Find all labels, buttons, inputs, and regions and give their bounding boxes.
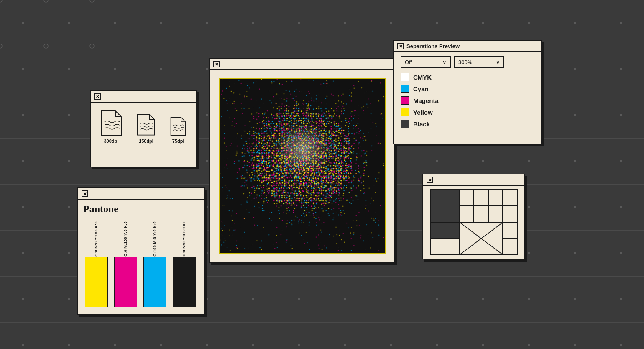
sep-dropdown-zoom-value: 300%	[458, 59, 472, 65]
swatch-cyan: C:100 M:0 Y:0 K:0	[140, 220, 169, 307]
main-close-button[interactable]: ✕	[213, 61, 220, 67]
sep-item-magenta: Magenta	[401, 96, 534, 105]
sep-dropdown-zoom-arrow: ∨	[496, 59, 500, 65]
layout-grid-container	[430, 189, 518, 255]
dpi-window: ✕ 300dpi	[90, 90, 197, 167]
black-swatch	[401, 120, 409, 128]
swatch-magenta-color	[114, 257, 137, 307]
cell-1-4	[488, 190, 503, 206]
cell-dark-1	[430, 190, 460, 222]
dpi-label-300: 300dpi	[104, 139, 118, 144]
cell-1-2	[460, 190, 474, 206]
separations-window: ✕ Separations Preview Off ∨ 300% ∨ CMYK …	[393, 40, 542, 144]
magenta-label: Magenta	[413, 97, 439, 104]
swatch-magenta-label: C:0 M:100 Y:0 K:0	[123, 220, 128, 257]
sep-dropdown-mode-arrow: ∨	[442, 59, 447, 65]
sep-dropdown-zoom[interactable]: 300% ∨	[454, 56, 504, 68]
yellow-swatch	[401, 108, 409, 116]
cell-1-3	[474, 190, 488, 206]
grid-close-button[interactable]: ✕	[427, 177, 433, 183]
doc-icon-75	[170, 117, 186, 136]
swatch-yellow: C:0 M:0 Y:100 K:0	[82, 220, 111, 307]
halftone-canvas	[220, 79, 385, 253]
dpi-item-75: 75dpi	[170, 117, 186, 144]
dpi-label-150: 150dpi	[139, 139, 153, 144]
dpi-item-300: 300dpi	[100, 110, 122, 144]
cell-2-4	[488, 206, 503, 222]
dpi-label-75: 75dpi	[172, 139, 184, 144]
grid-window-content	[423, 186, 524, 258]
cell-4-5	[503, 239, 517, 255]
sep-item-black: Black	[401, 120, 534, 128]
sep-item-yellow: Yellow	[401, 108, 534, 116]
grid-window-titlebar: ✕	[423, 174, 524, 186]
cyan-label: Cyan	[413, 85, 429, 92]
cell-2-3	[474, 206, 488, 222]
swatch-cyan-label: C:100 M:0 Y:0 K:0	[153, 220, 157, 257]
grid-window: ✕	[422, 174, 525, 259]
sep-dropdown-mode[interactable]: Off ∨	[401, 56, 451, 68]
cell-dark-2	[430, 222, 460, 239]
sep-item-cyan: Cyan	[401, 85, 534, 93]
sep-window-title: Separations Preview	[406, 43, 460, 49]
swatch-black: C:0 M:0 Y:0 K:100	[169, 220, 199, 307]
black-label: Black	[413, 121, 430, 128]
sep-window-titlebar: ✕ Separations Preview	[394, 41, 541, 52]
cell-cross	[460, 222, 503, 255]
swatch-yellow-label: C:0 M:0 Y:100 K:0	[94, 220, 98, 257]
main-window-titlebar: ✕	[210, 59, 394, 70]
swatch-magenta: C:0 M:100 Y:0 K:0	[111, 220, 140, 307]
main-window: ✕	[209, 58, 395, 263]
swatch-yellow-color	[85, 257, 108, 307]
cyan-swatch	[401, 85, 409, 93]
main-window-content	[210, 70, 394, 261]
sep-dropdowns: Off ∨ 300% ∨	[401, 56, 534, 68]
cell-2-5	[503, 206, 517, 222]
swatch-black-color	[173, 257, 196, 307]
pantone-window-titlebar: ✕	[78, 188, 204, 200]
pantone-window: ✕ Pantone C:0 M:0 Y:100 K:0 C:0 M:100 Y:…	[77, 187, 205, 315]
doc-icon-300	[100, 110, 122, 136]
sep-window-content: Off ∨ 300% ∨ CMYK Cyan Magenta	[394, 52, 541, 132]
pantone-title: Pantone	[78, 200, 204, 216]
sep-item-cmyk: CMYK	[401, 73, 534, 81]
cmyk-label: CMYK	[413, 74, 432, 81]
halftone-image	[219, 78, 386, 254]
dpi-window-titlebar: ✕	[91, 91, 196, 103]
cell-1-5	[503, 190, 517, 206]
dpi-item-150: 150dpi	[137, 113, 155, 144]
cmyk-swatch	[401, 73, 409, 81]
doc-icon-150	[137, 113, 155, 136]
pantone-swatches: C:0 M:0 Y:100 K:0 C:0 M:100 Y:0 K:0 C:10…	[78, 216, 204, 311]
yellow-label: Yellow	[413, 109, 433, 116]
sep-items: CMYK Cyan Magenta Yellow Black	[401, 73, 534, 128]
sep-dropdown-mode-value: Off	[405, 59, 412, 65]
dpi-close-button[interactable]: ✕	[94, 93, 101, 100]
swatch-black-label: C:0 M:0 Y:0 K:100	[182, 220, 186, 257]
sep-close-button[interactable]: ✕	[397, 43, 404, 49]
cell-2-2	[460, 206, 474, 222]
magenta-swatch	[401, 96, 409, 105]
cell-3-5	[503, 222, 517, 239]
swatch-cyan-color	[143, 257, 166, 307]
pantone-close-button[interactable]: ✕	[82, 190, 88, 197]
cell-4-1	[430, 239, 460, 255]
dpi-window-content: 300dpi 150dpi	[91, 103, 196, 149]
